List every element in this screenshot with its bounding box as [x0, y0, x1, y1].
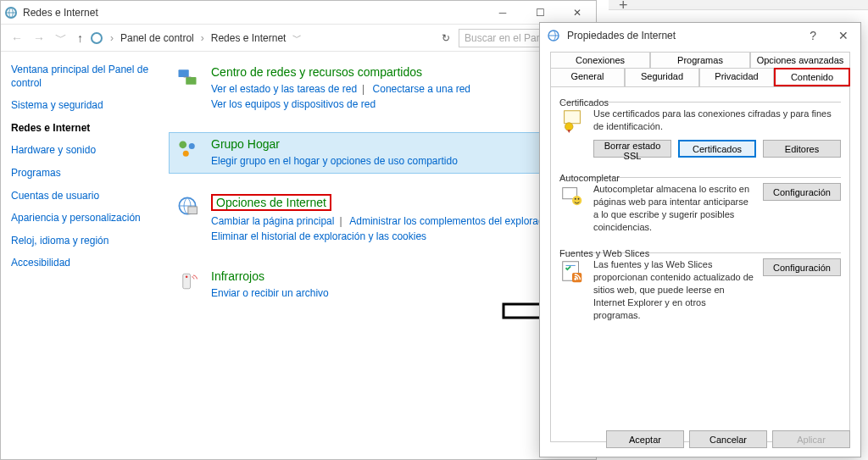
autocomplete-icon: [559, 183, 585, 208]
svg-point-14: [565, 123, 573, 130]
svg-rect-3: [186, 77, 196, 85]
category-title[interactable]: Infrarrojos: [211, 269, 329, 283]
svg-point-16: [572, 196, 581, 205]
breadcrumb-root[interactable]: Panel de control: [120, 32, 194, 44]
category-title[interactable]: Centro de redes y recursos compartidos: [211, 65, 470, 79]
sidebar-item[interactable]: Accesibilidad: [11, 257, 155, 270]
control-panel-window: Redes e Internet ─ ☐ ✕ ← → ﹀ ↑ › Panel d…: [0, 0, 597, 460]
help-button[interactable]: ?: [799, 29, 826, 42]
sidebar-item[interactable]: Cuentas de usuario: [11, 190, 155, 203]
ok-button[interactable]: Aceptar: [606, 430, 684, 448]
sidebar-item[interactable]: Programas: [11, 167, 155, 180]
tab-avanzadas[interactable]: Opciones avanzadas: [750, 52, 850, 68]
recent-dropdown[interactable]: ﹀: [52, 30, 70, 46]
tab-general[interactable]: General: [550, 68, 625, 86]
certificates-group: Certificados Use certificados para las c…: [559, 94, 841, 158]
svg-rect-9: [188, 207, 198, 214]
clear-ssl-button[interactable]: Borrar estado SSL: [593, 140, 671, 158]
sublink[interactable]: Conectarse a una red: [373, 83, 470, 95]
autocomplete-settings-button[interactable]: Configuración: [763, 183, 841, 201]
tab-seguridad[interactable]: Seguridad: [625, 68, 699, 86]
category-homegroup[interactable]: Grupo Hogar Elegir grupo en el hogar y o…: [169, 132, 581, 174]
cancel-button[interactable]: Cancelar: [689, 430, 767, 448]
sidebar-item-active[interactable]: Redes e Internet: [11, 122, 155, 136]
sidebar-item[interactable]: Hardware y sonido: [11, 144, 155, 158]
internet-properties-dialog: Propiedades de Internet ? ✕ Conexiones P…: [539, 22, 861, 457]
svg-point-17: [575, 198, 576, 200]
up-button[interactable]: ↑: [74, 31, 86, 45]
sublink[interactable]: Eliminar el historial de exploración y l…: [211, 230, 426, 242]
category-title[interactable]: Opciones de Internet: [211, 194, 331, 211]
sublink[interactable]: Administrar los complementos del explora…: [349, 215, 553, 227]
category-title[interactable]: Grupo Hogar: [211, 137, 458, 151]
sidebar: Ventana principal del Panel de control S…: [1, 52, 165, 459]
sidebar-item[interactable]: Ventana principal del Panel de control: [11, 64, 155, 90]
tab-conexiones[interactable]: Conexiones: [550, 52, 650, 68]
internet-options-icon: [175, 194, 199, 218]
sidebar-item[interactable]: Sistema y seguridad: [11, 99, 155, 113]
dialog-titlebar: Propiedades de Internet ? ✕: [540, 23, 860, 48]
sublink[interactable]: Ver el estado y las tareas de red: [211, 83, 357, 95]
cp-icon: [90, 31, 103, 45]
svg-point-5: [179, 141, 186, 148]
sublink[interactable]: Cambiar la página principal: [211, 215, 334, 227]
auto-text: Autocompletar almacena lo escrito en pág…: [593, 183, 754, 233]
sublink[interactable]: Elegir grupo en el hogar y opciones de u…: [211, 155, 458, 167]
cert-text: Use certificados para las conexiones cif…: [593, 108, 841, 133]
autocomplete-group: Autocompletar Autocompletar almacena lo …: [559, 169, 841, 233]
tab-content: Certificados Use certificados para las c…: [550, 86, 850, 442]
crumb-sep: ›: [110, 32, 114, 44]
category-internet-options: Opciones de Internet Cambiar la página p…: [169, 189, 581, 249]
network-icon: [4, 6, 18, 19]
tab-privacidad[interactable]: Privacidad: [699, 68, 774, 86]
svg-point-7: [183, 151, 189, 157]
category-network-center: Centro de redes y recursos compartidos V…: [169, 60, 581, 117]
group-label: Fuentes y Web Slices: [559, 248, 649, 258]
refresh-button[interactable]: ↻: [437, 32, 455, 44]
titlebar: Redes e Internet ─ ☐ ✕: [1, 1, 596, 25]
back-button[interactable]: ←: [8, 31, 26, 45]
publishers-button[interactable]: Editores: [763, 140, 841, 158]
crumb-dropdown[interactable]: ﹀: [289, 31, 305, 44]
svg-point-1: [92, 33, 102, 43]
certificate-icon: [559, 108, 585, 133]
svg-rect-13: [565, 111, 581, 124]
internet-icon: [547, 29, 560, 42]
sidebar-item[interactable]: Reloj, idioma y región: [11, 235, 155, 248]
window-title: Redes e Internet: [23, 7, 98, 19]
main-content: Centro de redes y recursos compartidos V…: [165, 52, 596, 459]
close-button[interactable]: ✕: [826, 23, 860, 48]
sublink[interactable]: Ver los equipos y dispositivos de red: [211, 98, 376, 110]
tab-group: Conexiones Programas Opciones avanzadas …: [550, 52, 850, 86]
nav-toolbar: ← → ﹀ ↑ › Panel de control › Redes e Int…: [1, 25, 596, 52]
infrared-icon: [175, 269, 199, 293]
tab-contenido[interactable]: Contenido: [774, 68, 850, 86]
svg-point-22: [574, 278, 576, 280]
group-label: Certificados: [559, 97, 609, 108]
certificates-button[interactable]: Certificados: [678, 140, 756, 158]
dialog-title: Propiedades de Internet: [567, 30, 676, 42]
feeds-icon: [559, 258, 585, 284]
sidebar-item[interactable]: Apariencia y personalización: [11, 212, 155, 225]
apply-button[interactable]: Aplicar: [772, 430, 850, 448]
svg-point-18: [578, 198, 580, 200]
feeds-text: Las fuentes y las Web Slices proporciona…: [593, 258, 754, 321]
svg-rect-2: [179, 69, 189, 77]
breadcrumb-current[interactable]: Redes e Internet: [211, 32, 287, 44]
homegroup-icon: [175, 137, 199, 161]
crumb-sep: ›: [201, 32, 204, 44]
forward-button[interactable]: →: [30, 31, 48, 45]
new-tab-plus[interactable]: +: [619, 0, 628, 14]
tab-programas[interactable]: Programas: [650, 52, 750, 68]
maximize-button[interactable]: ☐: [521, 1, 559, 25]
close-button[interactable]: ✕: [559, 1, 596, 25]
feeds-settings-button[interactable]: Configuración: [763, 258, 841, 276]
sublink[interactable]: Enviar o recibir un archivo: [211, 287, 329, 299]
group-label: Autocompletar: [559, 173, 620, 183]
network-center-icon: [175, 65, 199, 89]
svg-point-11: [186, 275, 188, 278]
feeds-group: Fuentes y Web Slices Las fuentes y las W…: [559, 245, 841, 321]
svg-point-6: [189, 143, 195, 149]
dialog-footer: Aceptar Cancelar Aplicar: [606, 430, 850, 448]
minimize-button[interactable]: ─: [484, 1, 521, 25]
